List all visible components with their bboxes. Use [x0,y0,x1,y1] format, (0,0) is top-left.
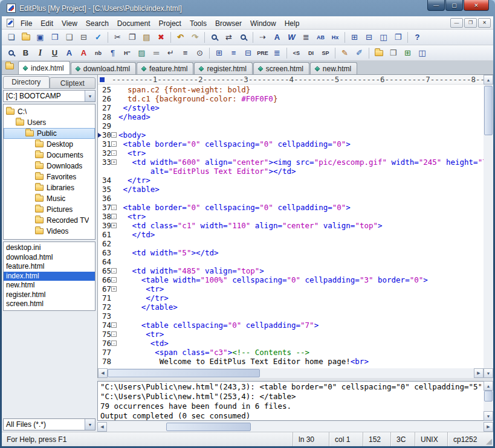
fold-collapse-icon[interactable]: - [111,214,117,219]
output-line[interactable]: Output completed (0 sec consumed) [100,411,481,421]
editor-horizontal-scrollbar[interactable]: ◀ ▶ [98,368,484,378]
tab-screen.html[interactable]: screen.html [253,62,309,74]
code-text[interactable]: <tr> [118,212,484,221]
print-preview-icon[interactable]: ❑ [62,31,76,43]
fold-collapse-icon[interactable]: - [111,277,117,283]
drive-dropdown-arrow-icon[interactable]: ▼ [85,91,95,101]
output-line[interactable]: "C:\Users\Public\new.html"(253,4): </tab… [100,392,481,402]
scrollbar-track[interactable] [108,368,474,378]
syntax-highlight-icon[interactable]: ✎ [338,46,352,59]
code-editor[interactable]: 25 span.c2 {font-weight: bold}26 td.c1 {… [98,85,484,368]
center-icon[interactable]: ≡ [178,46,192,59]
code-text[interactable]: <tr> [118,284,484,293]
code-text[interactable]: <span class="c3"><!-- Contents --> [118,348,484,357]
fold-collapse-icon[interactable]: - [111,322,117,328]
table-cell-icon[interactable]: ⊟ [241,46,255,59]
bold-icon[interactable]: B [19,46,33,59]
code-text[interactable] [118,312,484,321]
output-horizontal-scrollbar[interactable]: ◀ ▶ [97,422,493,432]
tree-item-favorites[interactable]: Favorites [4,171,95,182]
menu-window[interactable]: Window [246,18,280,30]
resize-grip[interactable]: ◢ [482,432,493,446]
tree-item-downloads[interactable]: Downloads [4,161,95,171]
fold-collapse-icon[interactable]: - [111,141,117,147]
insert-file-icon[interactable] [372,46,386,59]
file-item-feature.html[interactable]: feature.html [4,262,95,272]
code-text[interactable]: <tr> [118,149,484,158]
code-text[interactable]: <table border="0" cellspacing="0" cellpa… [118,203,484,212]
context-help-icon[interactable]: ? [410,31,424,43]
cut-icon[interactable]: ✂ [111,31,125,43]
tree-item-documents[interactable]: Documents [4,150,95,161]
undo-icon[interactable]: ↶ [173,31,187,43]
menu-file[interactable]: File [16,18,36,30]
find-in-files-icon[interactable] [236,31,250,43]
auto-complete-icon[interactable]: AB [314,31,328,43]
file-item-screen.html[interactable]: screen.html [4,299,95,309]
output-line[interactable]: "C:\Users\Public\new.html"(243,3): <tabl… [100,382,481,392]
editor-vertical-scrollbar[interactable]: ▲ ▼ [484,75,493,378]
scroll-left-icon[interactable]: ◀ [98,368,108,378]
fold-collapse-icon[interactable]: - [111,341,117,346]
anchor-icon[interactable]: ⊙ [193,46,207,59]
tile-vertical-icon[interactable]: ◫ [377,31,390,43]
filter-dropdown-arrow-icon[interactable]: ▼ [85,419,95,430]
file-item-register.html[interactable]: register.html [4,290,95,300]
fold-collapse-icon[interactable]: - [111,331,117,337]
tree-item-users[interactable]: Users [4,117,95,128]
copy-icon[interactable]: ❐ [125,31,139,43]
file-item-new.html[interactable]: new.html [4,281,95,290]
output-vertical-scrollbar[interactable]: ▲ ▼ [484,381,493,421]
scroll-left-icon[interactable]: ◀ [97,422,107,432]
hex-viewer-icon[interactable]: Hx [328,31,342,43]
sidebar-tab-cliptext[interactable]: Cliptext [50,77,96,89]
maximize-button[interactable]: ▢ [445,0,463,11]
line-break-icon[interactable]: ↵ [164,46,178,59]
code-text[interactable]: </table> [118,185,484,194]
fold-collapse-icon[interactable]: - [111,150,117,156]
file-item-download.html[interactable]: download.html [4,253,95,263]
image-icon[interactable]: ▨ [135,46,149,59]
tab-feature.html[interactable]: feature.html [137,62,193,74]
tab-download.html[interactable]: download.html [71,62,136,74]
fold-expand-icon[interactable]: + [111,286,117,292]
code-text[interactable]: Welcome to EditPlus Text Editor home pag… [118,357,484,366]
code-text[interactable]: <body> [118,130,484,139]
scroll-right-icon[interactable]: ▶ [484,422,493,432]
code-text[interactable] [118,257,484,266]
code-text[interactable]: </tr> [118,293,484,302]
code-text[interactable]: <td width="485" valign="top"> [118,266,484,275]
minimize-button[interactable]: — [427,0,445,11]
scrollbar-thumb[interactable] [166,423,251,431]
menu-edit[interactable]: Edit [36,18,57,30]
tree-item-music[interactable]: Music [4,193,95,204]
italic-icon[interactable]: I [33,46,47,59]
print-icon[interactable]: ⊟ [77,31,91,43]
line-numbers-icon[interactable]: ≣ [299,31,313,43]
tree-item-libraries[interactable]: Libraries [4,182,95,193]
table-wizard-icon[interactable]: ⊞ [401,46,415,59]
window-list-icon[interactable]: ⊞ [348,31,361,43]
heading-icon[interactable]: H" [120,46,134,59]
menu-tools[interactable]: Tools [186,18,211,30]
menu-search[interactable]: Search [82,18,113,30]
new-file-icon[interactable]: ❏ [4,31,18,43]
scroll-down-icon[interactable]: ▼ [484,368,493,378]
cascade-windows-icon[interactable]: ❐ [391,31,405,43]
menu-browser[interactable]: Browser [211,18,246,30]
horizontal-rule-icon[interactable]: ═ [149,46,163,59]
code-text[interactable]: <table border="0" cellspacing="0" cellpa… [118,139,484,149]
open-folder-icon[interactable] [19,31,33,43]
code-text[interactable]: </tr> [118,176,484,185]
table-icon[interactable]: ⊞ [212,46,226,59]
code-text[interactable] [118,194,484,203]
scrollbar-thumb[interactable] [484,391,493,402]
code-text[interactable] [118,239,484,248]
tab-index.html[interactable]: index.html [18,61,70,74]
strikethrough-icon[interactable]: <S [290,46,303,59]
scrollbar-thumb[interactable] [108,369,260,377]
scrollbar-track[interactable] [484,85,493,368]
scroll-right-icon[interactable]: ▶ [474,368,484,378]
scrollbar-thumb[interactable] [484,86,493,135]
span-icon[interactable]: SP [319,46,332,59]
